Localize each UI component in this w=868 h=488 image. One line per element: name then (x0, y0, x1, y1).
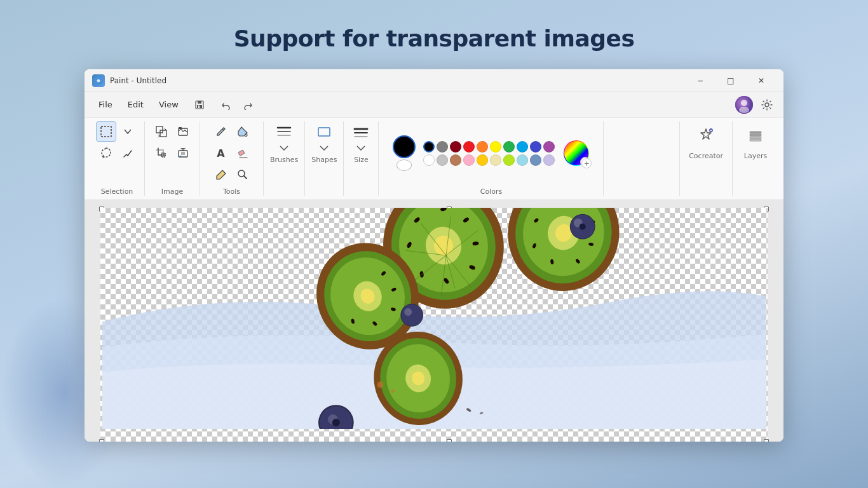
canvas-image (100, 208, 768, 442)
close-button[interactable]: ✕ (747, 69, 776, 92)
magnifier-button[interactable] (233, 165, 253, 185)
cocreator-group: Cocreator (679, 121, 732, 196)
svg-rect-16 (181, 152, 185, 155)
settings-icon[interactable] (758, 96, 776, 114)
tools-group: A (200, 121, 264, 196)
svg-rect-13 (179, 127, 182, 129)
colors-section: + (385, 121, 597, 185)
color-white[interactable] (423, 154, 435, 166)
cocreator-label: Cocreator (689, 152, 723, 160)
size-group: Size (344, 121, 379, 196)
layers-button[interactable] (742, 121, 770, 149)
color-green[interactable] (503, 141, 515, 152)
color-yellow[interactable] (490, 141, 501, 152)
menu-view[interactable]: View (153, 97, 185, 112)
text-button[interactable]: A (211, 143, 231, 163)
resize-handle-br[interactable] (764, 439, 769, 442)
image-crop-button[interactable] (151, 143, 172, 163)
size-label: Size (354, 156, 369, 164)
resize-handle-bl[interactable] (99, 439, 104, 442)
color-pink[interactable] (463, 154, 475, 166)
svg-rect-19 (318, 128, 330, 136)
svg-rect-10 (156, 126, 163, 133)
brushes-group: Brushes (264, 121, 305, 196)
color-row-2 (423, 154, 555, 166)
svg-rect-25 (750, 139, 761, 141)
redo-button[interactable] (238, 95, 257, 114)
image-ai-button[interactable] (173, 143, 193, 163)
canvas-content[interactable] (100, 208, 768, 442)
undo-button[interactable] (217, 95, 236, 114)
color-light-green[interactable] (503, 154, 515, 166)
shape-rect-button[interactable] (314, 121, 334, 142)
svg-point-86 (391, 389, 395, 393)
color-cyan[interactable] (517, 141, 528, 152)
color-red[interactable] (463, 141, 475, 152)
color-cream[interactable] (490, 154, 501, 166)
eraser-button[interactable] (233, 143, 253, 163)
color-slate[interactable] (530, 154, 541, 166)
menu-file[interactable]: File (92, 97, 119, 112)
resize-handle-bm[interactable] (447, 439, 452, 442)
minimize-button[interactable]: − (686, 69, 715, 92)
maximize-button[interactable]: □ (716, 69, 745, 92)
pencil-button[interactable] (211, 121, 231, 142)
selection-effects-button[interactable] (118, 143, 138, 163)
menubar-right (735, 96, 776, 114)
color-picker-button[interactable]: + (564, 140, 589, 166)
selection-label: Selection (101, 187, 133, 196)
page-title: Support for transparent images (234, 25, 635, 51)
size-selector-button[interactable] (351, 121, 371, 142)
shapes-group: Shapes (305, 121, 344, 196)
colors-group: + Colors (379, 121, 604, 196)
save-button[interactable] (190, 95, 209, 114)
image-group: Image (145, 121, 200, 196)
color-black[interactable] (423, 141, 435, 152)
color-lavender[interactable] (543, 154, 555, 166)
color-brown[interactable] (450, 154, 461, 166)
svg-rect-2 (198, 101, 201, 104)
undo-redo-group (217, 95, 257, 114)
image-effects-button[interactable] (173, 121, 193, 142)
svg-point-79 (401, 304, 423, 326)
active-color-swatch[interactable] (393, 135, 416, 158)
secondary-color-swatch[interactable] (397, 159, 412, 171)
image-label: Image (161, 187, 183, 196)
selection-dropdown-button[interactable] (118, 121, 138, 142)
color-sky[interactable] (517, 154, 528, 166)
layers-group: Layers (732, 121, 778, 196)
svg-rect-9 (101, 126, 111, 137)
image-resize-button[interactable] (151, 121, 172, 142)
size-dropdown-button[interactable] (351, 143, 371, 153)
brush-button[interactable] (211, 165, 231, 185)
tools-label: Tools (223, 187, 240, 196)
selection-tools (96, 121, 138, 185)
window-controls: − □ ✕ (686, 69, 776, 92)
svg-rect-11 (160, 130, 166, 137)
svg-rect-22 (750, 134, 761, 136)
color-orange[interactable] (477, 141, 488, 152)
selection-lasso-button[interactable] (96, 143, 116, 163)
color-dark-red[interactable] (450, 141, 461, 152)
layers-label: Layers (744, 152, 767, 160)
shapes-dropdown-button[interactable] (314, 143, 334, 153)
brushes-dropdown-button[interactable] (274, 143, 294, 153)
profile-icon[interactable] (735, 96, 753, 114)
color-palette-grid (423, 141, 555, 166)
app-icon (92, 74, 105, 87)
color-gray[interactable] (437, 141, 448, 152)
selection-rect-button[interactable] (96, 121, 116, 142)
size-tools (351, 121, 371, 153)
cocreator-button[interactable] (692, 121, 720, 149)
color-gold[interactable] (477, 154, 488, 166)
brush-style-button[interactable] (274, 121, 294, 142)
fill-button[interactable] (233, 121, 253, 142)
color-blue[interactable] (530, 141, 541, 152)
color-purple[interactable] (543, 141, 555, 152)
svg-point-7 (739, 107, 749, 113)
ribbon-toolbar: Selection (85, 118, 783, 200)
shapes-tools (314, 121, 334, 153)
menu-edit[interactable]: Edit (121, 97, 150, 112)
canvas-area (85, 200, 783, 442)
color-light-gray[interactable] (437, 154, 448, 166)
